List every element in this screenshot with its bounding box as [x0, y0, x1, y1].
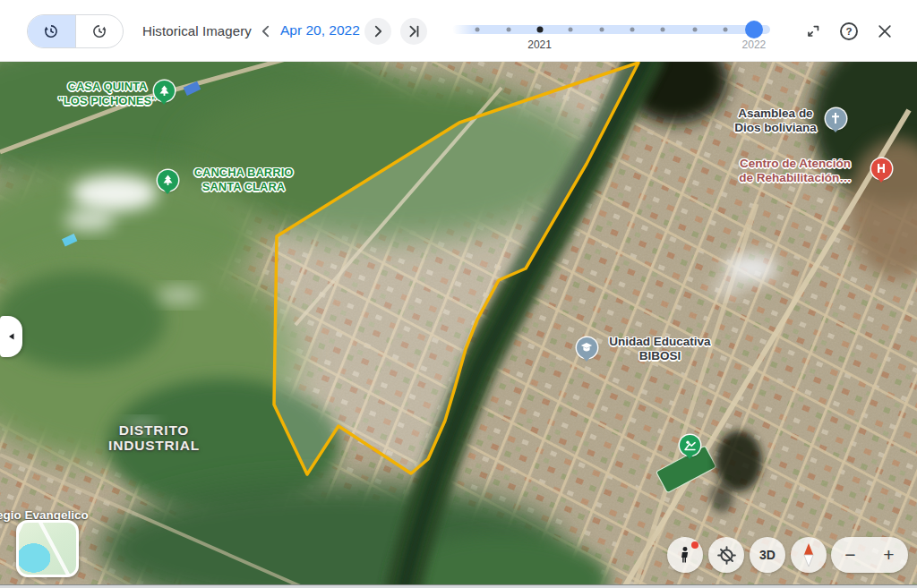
compass-needle-icon [791, 537, 827, 573]
previous-date-button[interactable] [253, 18, 279, 45]
poi-label-centro[interactable]: Centro de Atención de Rehabilitación… [739, 157, 851, 184]
label-line: Asamblea de [738, 107, 812, 121]
timeline-date-dot[interactable] [692, 28, 697, 32]
timeline-date-dot[interactable] [507, 28, 511, 32]
current-date[interactable]: Apr 20, 2022 [280, 0, 360, 61]
timeline-date-dot[interactable] [476, 28, 480, 32]
timeline-date-dot[interactable] [536, 27, 543, 33]
svg-text:?: ? [845, 26, 852, 37]
location-off-icon [716, 545, 737, 566]
school-pin-unidad[interactable] [577, 337, 597, 358]
label-line: DISTRITO [119, 422, 189, 438]
zoom-in-button[interactable]: + [870, 537, 908, 573]
help-button[interactable]: ? [836, 18, 862, 45]
label-line: Unidad Educativa [609, 335, 710, 349]
timeline-date-dot[interactable] [599, 28, 604, 32]
next-date-button[interactable] [364, 18, 391, 45]
history-mode-button[interactable] [28, 15, 75, 47]
google-earth-window: Historical Imagery Apr 20, 2022 2021 202… [0, 0, 917, 588]
imagery-mode-toggle [27, 14, 124, 48]
latest-date-button[interactable] [400, 18, 427, 45]
poi-label-asamblea[interactable]: Asamblea de Dios boliviana [734, 107, 817, 134]
chevron-left-icon [258, 23, 274, 39]
sidebar-toggle-handle[interactable] [0, 316, 22, 357]
zoom-control: − + [831, 537, 908, 573]
timeline-year-end: 2022 [742, 38, 767, 51]
compass-button[interactable] [791, 537, 827, 573]
collapse-icon [804, 22, 822, 40]
timeline-selected-dot[interactable] [745, 21, 763, 38]
imagery-timeline: 2021 2022 [452, 0, 770, 61]
label-line: INDUSTRIAL [108, 438, 200, 453]
timeline-date-dot[interactable] [568, 28, 572, 32]
3d-label: 3D [759, 548, 776, 562]
timeline-year-start: 2021 [527, 38, 552, 51]
3d-button[interactable]: 3D [750, 537, 785, 573]
label-line: BIBOSI [639, 349, 681, 363]
label-line: Dios boliviana [734, 121, 817, 135]
playground-icon [684, 439, 696, 451]
hospital-pin-centro[interactable] [871, 158, 892, 179]
help-icon: ? [838, 21, 860, 42]
screen-bottom-edge [0, 584, 917, 588]
clock-arrow-icon [90, 22, 108, 40]
timeline-date-dot[interactable] [723, 28, 727, 32]
panel-title: Historical Imagery [142, 0, 252, 61]
my-location-button[interactable] [708, 537, 744, 573]
hospital-h-icon [876, 163, 887, 174]
label-line: Centro de Atención [740, 157, 851, 171]
label-line: CASA QUINTA [68, 80, 148, 94]
timeline-track[interactable] [452, 25, 770, 34]
label-line: "LOS PICHONES" [58, 94, 158, 108]
chevron-left-icon [7, 332, 16, 341]
park-pin-cancha[interactable] [158, 170, 178, 191]
timelapse-mode-button[interactable] [75, 15, 124, 47]
close-button[interactable] [871, 18, 898, 45]
street-view-availability-dot [691, 541, 698, 549]
poi-label-casa-quinta[interactable]: CASA QUINTA "LOS PICHONES" [58, 80, 158, 107]
park-pin-casa-quinta[interactable] [154, 81, 175, 101]
historical-imagery-toolbar: Historical Imagery Apr 20, 2022 2021 202… [0, 0, 917, 62]
satellite-imagery-art [0, 61, 917, 588]
district-label: DISTRITO INDUSTRIAL [108, 422, 200, 453]
label-line: de Rehabilitación… [739, 171, 851, 185]
collapse-button[interactable] [800, 18, 827, 45]
tree-icon [162, 175, 174, 186]
cross-icon [830, 113, 841, 124]
tree-icon [159, 85, 170, 97]
history-icon [42, 22, 60, 40]
close-icon [876, 22, 894, 40]
graduation-cap-icon [580, 341, 593, 354]
pegman-button[interactable] [667, 537, 703, 573]
church-pin-asamblea[interactable] [826, 108, 846, 129]
timeline-date-dot[interactable] [661, 28, 665, 32]
label-line: CANCHA BARRIO [194, 166, 294, 180]
zoom-out-button[interactable]: − [831, 537, 870, 573]
timeline-date-dot[interactable] [630, 28, 635, 32]
map-canvas[interactable]: CASA QUINTA "LOS PICHONES" CANCHA BARRIO… [0, 61, 917, 588]
minimap[interactable] [16, 520, 79, 577]
skip-to-latest-icon [406, 23, 422, 39]
chevron-right-icon [370, 23, 386, 39]
label-line: SANTA CLARA [202, 180, 285, 194]
park-pin-playground[interactable] [680, 435, 700, 456]
poi-label-unidad[interactable]: Unidad Educativa BIBOSI [609, 335, 710, 362]
poi-label-cancha[interactable]: CANCHA BARRIO SANTA CLARA [194, 166, 294, 193]
